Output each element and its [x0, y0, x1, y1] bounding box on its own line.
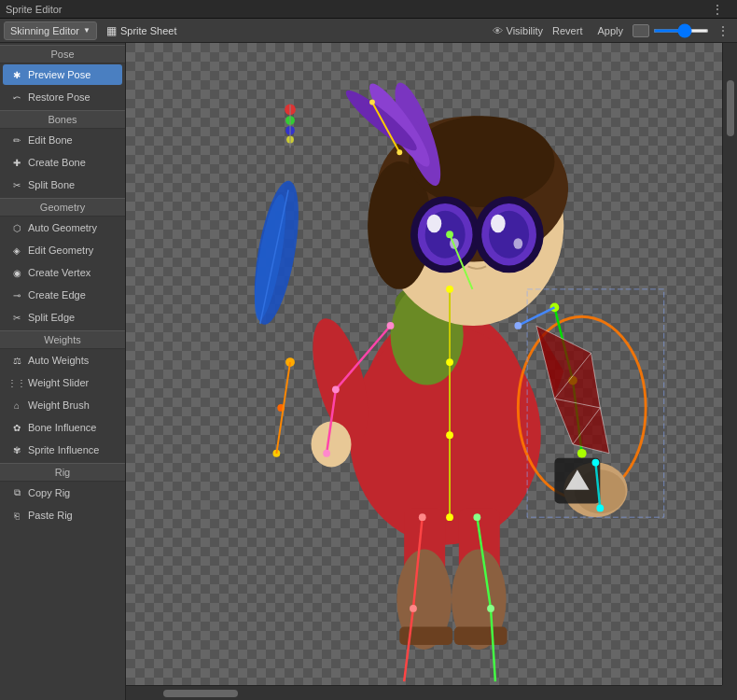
tool-btn-split-edge[interactable]: ✂Split Edge	[3, 307, 122, 328]
create-edge-icon: ⊸	[10, 288, 23, 301]
weight-slider-icon: ⋮⋮	[10, 376, 23, 389]
tool-btn-copy-rig[interactable]: ⧉Copy Rig	[3, 483, 122, 503]
left-panel: Pose✱Preview Pose⤺Restore PoseBones✏Edit…	[0, 43, 126, 700]
tool-btn-create-bone[interactable]: ✚Create Bone	[3, 152, 122, 173]
svg-point-55	[446, 286, 453, 293]
svg-point-20	[513, 238, 522, 249]
tool-btn-create-edge[interactable]: ⊸Create Edge	[3, 285, 122, 305]
restore-pose-label: Restore Pose	[28, 91, 90, 103]
create-bone-label: Create Bone	[28, 157, 86, 168]
visibility-label: Visibility	[507, 25, 544, 36]
create-bone-icon: ✚	[10, 156, 23, 169]
character-svg	[126, 43, 737, 685]
slider-area	[653, 29, 709, 33]
svg-rect-52	[399, 626, 452, 645]
svg-point-56	[446, 358, 453, 366]
svg-point-60	[446, 231, 453, 238]
svg-point-65	[323, 450, 330, 457]
edit-bone-icon: ✏	[10, 133, 23, 147]
h-scrollbar-thumb[interactable]	[163, 690, 238, 697]
svg-point-85	[596, 505, 604, 512]
vertical-scrollbar[interactable]	[722, 43, 737, 685]
weight-slider-label: Weight Slider	[28, 377, 89, 388]
section-header-pose: Pose	[0, 45, 125, 63]
section-header-geometry: Geometry	[0, 198, 125, 217]
tool-btn-create-vertex[interactable]: ◉Create Vertex	[3, 262, 122, 283]
svg-point-57	[446, 431, 453, 439]
svg-point-17	[427, 215, 442, 233]
opacity-slider[interactable]	[653, 29, 709, 33]
window-title: Sprite Editor	[6, 4, 63, 15]
create-vertex-label: Create Vertex	[28, 267, 90, 278]
copy-rig-icon: ⧉	[10, 486, 23, 499]
svg-point-63	[387, 322, 395, 329]
visibility-toggle[interactable]: 👁 Visibility	[493, 25, 544, 36]
canvas-area[interactable]	[126, 43, 737, 700]
sprite-sheet-label: Sprite Sheet	[120, 25, 177, 36]
menu-icon[interactable]: ⋮	[711, 2, 724, 17]
revert-button[interactable]: Revert	[547, 23, 588, 38]
auto-weights-icon: ⚖	[10, 354, 23, 367]
tool-btn-weight-brush[interactable]: ⌂Weight Brush	[3, 395, 122, 415]
split-edge-icon: ✂	[10, 311, 23, 324]
paste-rig-icon: ⎗	[10, 509, 23, 522]
svg-rect-21	[454, 289, 481, 316]
more-options-button[interactable]: ⋮	[713, 23, 733, 38]
tool-btn-restore-pose[interactable]: ⤺Restore Pose	[3, 87, 122, 107]
svg-point-84	[592, 459, 600, 467]
svg-point-74	[473, 513, 480, 521]
character-canvas[interactable]	[126, 43, 737, 685]
section-header-bones: Bones	[0, 110, 125, 129]
bone-influence-icon: ✿	[10, 421, 23, 434]
eye-icon: 👁	[493, 25, 503, 36]
dropdown-arrow-icon: ▼	[83, 26, 90, 35]
tool-btn-sprite-influence[interactable]: ✾Sprite Influence	[3, 440, 122, 460]
preview-pose-label: Preview Pose	[28, 69, 90, 80]
auto-geometry-label: Auto Geometry	[28, 222, 97, 233]
tool-btn-split-bone[interactable]: ✂Split Bone	[3, 175, 122, 195]
svg-point-75	[487, 605, 494, 612]
dropdown-label: Skinning Editor	[10, 25, 79, 36]
svg-point-78	[369, 100, 375, 105]
tool-btn-auto-geometry[interactable]: ⬡Auto Geometry	[3, 217, 122, 238]
sprite-sheet-button[interactable]: ▦ Sprite Sheet	[101, 21, 183, 40]
tool-btn-bone-influence[interactable]: ✿Bone Influence	[3, 417, 122, 438]
svg-point-58	[446, 513, 453, 521]
toolbar: Skinning Editor ▼ ▦ Sprite Sheet 👁 Visib…	[0, 19, 737, 43]
edit-bone-label: Edit Bone	[28, 134, 73, 146]
section-header-weights: Weights	[0, 330, 125, 349]
svg-point-67	[514, 322, 521, 329]
preview-pose-icon: ✱	[10, 68, 23, 81]
tool-btn-weight-slider[interactable]: ⋮⋮Weight Slider	[3, 372, 122, 393]
horizontal-scrollbar[interactable]	[126, 685, 722, 700]
sprite-sheet-icon: ▦	[106, 24, 117, 37]
auto-geometry-icon: ⬡	[10, 221, 23, 234]
tool-btn-auto-weights[interactable]: ⚖Auto Weights	[3, 350, 122, 371]
weight-brush-icon: ⌂	[10, 399, 23, 412]
sprite-influence-label: Sprite Influence	[28, 444, 99, 455]
sprite-influence-icon: ✾	[10, 443, 23, 456]
section-header-rig: Rig	[0, 463, 125, 482]
bone-influence-label: Bone Influence	[28, 422, 96, 433]
svg-point-70	[419, 513, 426, 521]
weight-brush-label: Weight Brush	[28, 399, 90, 411]
svg-point-29	[577, 449, 587, 458]
restore-pose-icon: ⤺	[10, 91, 23, 104]
create-vertex-icon: ◉	[10, 266, 23, 279]
svg-point-64	[332, 385, 340, 393]
auto-weights-label: Auto Weights	[28, 355, 89, 366]
color-button[interactable]	[633, 24, 649, 37]
tool-btn-paste-rig[interactable]: ⎗Paste Rig	[3, 505, 122, 525]
paste-rig-label: Paste Rig	[28, 510, 73, 521]
copy-rig-label: Copy Rig	[28, 487, 70, 498]
v-scrollbar-thumb[interactable]	[727, 80, 734, 136]
svg-point-18	[491, 215, 506, 233]
tool-btn-edit-bone[interactable]: ✏Edit Bone	[3, 130, 122, 150]
skinning-editor-dropdown[interactable]: Skinning Editor ▼	[4, 21, 97, 40]
apply-button[interactable]: Apply	[591, 23, 629, 38]
tool-btn-edit-geometry[interactable]: ◈Edit Geometry	[3, 240, 122, 260]
title-bar: Sprite Editor ⋮	[0, 0, 737, 19]
split-edge-label: Split Edge	[28, 312, 75, 323]
tool-btn-preview-pose[interactable]: ✱Preview Pose	[3, 64, 122, 85]
svg-line-66	[518, 307, 554, 326]
